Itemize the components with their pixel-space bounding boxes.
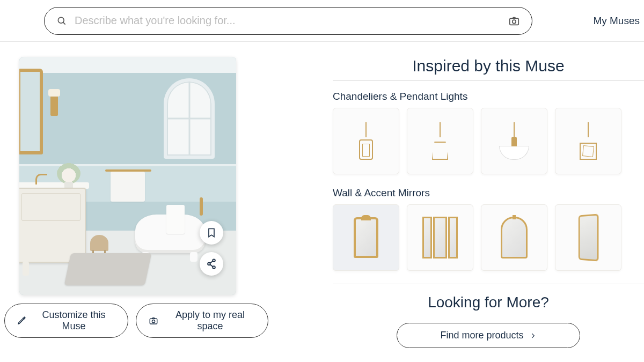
- divider: [333, 284, 644, 284]
- apply-to-space-button[interactable]: Apply to my real space: [136, 304, 268, 338]
- product-card[interactable]: [407, 108, 473, 174]
- product-row-lights: [333, 108, 644, 174]
- product-row-mirrors: [333, 204, 644, 271]
- search-icon: [56, 16, 67, 26]
- sparkle-pencil-icon: [17, 316, 26, 326]
- share-button[interactable]: [200, 252, 223, 276]
- svg-rect-9: [150, 319, 157, 324]
- divider: [333, 80, 644, 81]
- customize-muse-button[interactable]: Customize this Muse: [4, 304, 128, 338]
- search-container: [44, 7, 532, 35]
- customize-label: Customize this Muse: [32, 309, 116, 332]
- product-card[interactable]: [333, 108, 399, 174]
- find-more-products-button[interactable]: Find more products: [397, 323, 580, 348]
- svg-line-1: [63, 22, 65, 24]
- product-card[interactable]: [555, 108, 621, 174]
- inspired-title: Inspired by this Muse: [333, 57, 644, 75]
- product-card[interactable]: [407, 204, 473, 271]
- looking-for-more-title: Looking for More?: [333, 294, 644, 311]
- inspired-panel: Inspired by this Muse Chandeliers & Pend…: [268, 57, 644, 346]
- svg-rect-2: [510, 18, 519, 25]
- svg-point-4: [213, 259, 215, 262]
- apply-label: Apply to my real space: [164, 309, 256, 332]
- main-content: Customize this Muse Apply to my real spa…: [0, 42, 644, 346]
- svg-point-10: [152, 320, 155, 323]
- svg-point-3: [513, 20, 516, 23]
- muse-panel: Customize this Muse Apply to my real spa…: [0, 57, 268, 346]
- category-title-mirrors[interactable]: Wall & Accent Mirrors: [333, 187, 644, 199]
- muse-actions: Customize this Muse Apply to my real spa…: [4, 304, 268, 338]
- product-card[interactable]: [555, 204, 621, 271]
- svg-line-7: [210, 261, 213, 263]
- header-bar: My Muses: [0, 0, 644, 42]
- muse-image[interactable]: [19, 57, 236, 295]
- product-card[interactable]: [481, 108, 547, 174]
- product-card[interactable]: [481, 204, 547, 271]
- product-card[interactable]: [333, 204, 399, 271]
- category-title-lights[interactable]: Chandeliers & Pendant Lights: [333, 91, 644, 102]
- svg-point-0: [58, 17, 64, 23]
- share-icon: [206, 258, 217, 270]
- svg-line-8: [210, 264, 213, 267]
- camera-icon: [148, 316, 159, 326]
- search-input[interactable]: [75, 14, 501, 27]
- chevron-right-icon: [529, 332, 537, 339]
- nav-my-muses[interactable]: My Muses: [593, 15, 644, 27]
- save-button[interactable]: [200, 221, 223, 245]
- camera-icon[interactable]: [508, 15, 520, 27]
- bookmark-icon: [206, 227, 217, 239]
- search-bar[interactable]: [44, 7, 532, 35]
- svg-point-6: [213, 266, 215, 269]
- find-more-label: Find more products: [440, 330, 523, 341]
- svg-point-5: [208, 263, 210, 265]
